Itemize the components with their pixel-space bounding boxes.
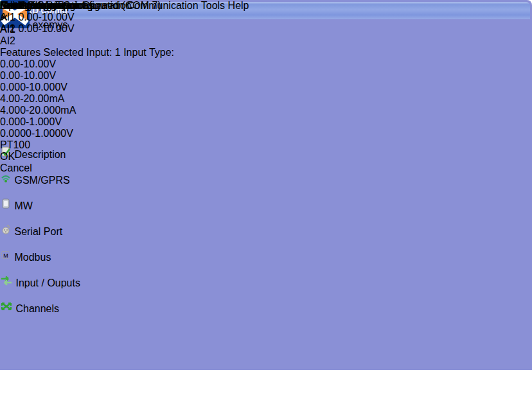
input-type-label: Input Type: — [123, 47, 174, 58]
svg-text:M: M — [3, 252, 8, 259]
sidebar-item-label: GSM/GPRS — [14, 175, 69, 186]
ok-button[interactable]: OK — [0, 151, 174, 162]
sidebar-item-mw[interactable]: MW — [0, 198, 33, 212]
menu-help[interactable]: Help — [228, 0, 249, 11]
selected-input-value: 1 — [115, 47, 121, 58]
sidebar-item-label: Serial Port — [14, 226, 62, 237]
dialog-titlebar[interactable]: Edit Analog Input — [0, 0, 174, 12]
sidebar-item-channels[interactable]: Channels — [0, 301, 59, 315]
device-icon — [0, 200, 14, 211]
features-group-label: Features — [0, 47, 40, 58]
combobox-value: 0.00-10.00V — [0, 58, 56, 69]
gsm-signal-icon — [0, 175, 14, 186]
input-type-dropdown-list[interactable]: 0.00-10.00V 0.000-10.000V 4.00-20.00mA 4… — [0, 70, 174, 151]
screen: GRD Config ✕ File Software Configuration… — [0, 0, 532, 404]
sidebar-item-input-outputs[interactable]: Input / Ouputs — [0, 275, 80, 289]
dialog-title: Edit Analog Input — [0, 0, 78, 11]
dropdown-option[interactable]: 0.00-10.00V — [0, 70, 174, 82]
sidebar-item-label: MW — [14, 200, 32, 211]
modbus-icon: M — [0, 252, 14, 263]
cancel-button[interactable]: Cancel — [0, 162, 174, 174]
edit-analog-input-dialog: Edit Analog Input ✕ AI1 AI2 Features Sel… — [0, 0, 174, 174]
dropdown-option[interactable]: 4.000-20.000mA — [0, 105, 174, 116]
sidebar-item-label: Input / Ouputs — [15, 277, 80, 288]
list-item-ai1[interactable]: AI1 — [0, 24, 174, 35]
sidebar-item-label: Modbus — [14, 252, 51, 263]
sidebar-item-serial-port: Serial Port — [0, 224, 62, 238]
close-icon: ✕ — [0, 12, 8, 23]
dropdown-option[interactable]: 4.00-20.00mA — [0, 93, 174, 105]
sidebar-item-modbus: M Modbus — [0, 249, 51, 263]
dropdown-option[interactable]: 0.000-1.000V — [0, 116, 174, 128]
selected-input-label: Selected Input: — [44, 47, 112, 58]
menu-tools[interactable]: Tools — [201, 0, 225, 11]
dropdown-option[interactable]: 0.000-10.000V — [0, 82, 174, 93]
sidebar-item-gsm-gprs[interactable]: GSM/GPRS — [0, 172, 70, 186]
channels-icon — [0, 303, 15, 314]
input-type-combobox[interactable]: 0.00-10.00V — [0, 58, 174, 70]
dialog-close-button[interactable]: ✕ — [0, 12, 174, 24]
sidebar-item-label: Channels — [15, 303, 59, 314]
serial-port-icon — [0, 226, 14, 237]
list-item-ai2[interactable]: AI2 — [0, 35, 174, 47]
dropdown-option[interactable]: PT100 — [0, 139, 174, 151]
input-output-arrows-icon — [0, 277, 15, 288]
dropdown-option[interactable]: 0.0000-1.0000V — [0, 128, 174, 139]
analog-input-list[interactable]: AI1 AI2 — [0, 24, 174, 47]
